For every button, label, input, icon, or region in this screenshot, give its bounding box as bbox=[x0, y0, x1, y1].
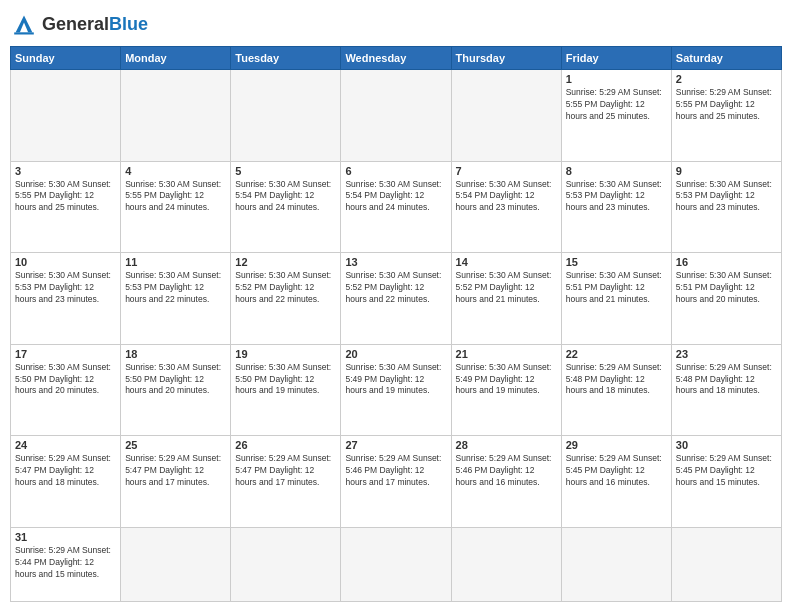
calendar-cell: 2Sunrise: 5:29 AM Sunset: 5:55 PM Daylig… bbox=[671, 70, 781, 162]
calendar-cell bbox=[451, 70, 561, 162]
calendar-cell: 20Sunrise: 5:30 AM Sunset: 5:49 PM Dayli… bbox=[341, 344, 451, 436]
calendar-cell: 7Sunrise: 5:30 AM Sunset: 5:54 PM Daylig… bbox=[451, 161, 561, 253]
day-info: Sunrise: 5:29 AM Sunset: 5:44 PM Dayligh… bbox=[15, 545, 116, 581]
day-number: 23 bbox=[676, 348, 777, 360]
generalblue-icon bbox=[10, 10, 38, 38]
calendar-cell: 14Sunrise: 5:30 AM Sunset: 5:52 PM Dayli… bbox=[451, 253, 561, 345]
day-info: Sunrise: 5:30 AM Sunset: 5:53 PM Dayligh… bbox=[15, 270, 116, 306]
calendar-cell bbox=[121, 70, 231, 162]
day-info: Sunrise: 5:29 AM Sunset: 5:48 PM Dayligh… bbox=[566, 362, 667, 398]
day-number: 29 bbox=[566, 439, 667, 451]
calendar-cell bbox=[671, 527, 781, 601]
day-number: 11 bbox=[125, 256, 226, 268]
calendar-cell bbox=[231, 70, 341, 162]
day-info: Sunrise: 5:30 AM Sunset: 5:54 PM Dayligh… bbox=[456, 179, 557, 215]
calendar-cell bbox=[561, 527, 671, 601]
calendar-cell: 3Sunrise: 5:30 AM Sunset: 5:55 PM Daylig… bbox=[11, 161, 121, 253]
day-info: Sunrise: 5:29 AM Sunset: 5:48 PM Dayligh… bbox=[676, 362, 777, 398]
calendar-cell: 19Sunrise: 5:30 AM Sunset: 5:50 PM Dayli… bbox=[231, 344, 341, 436]
day-number: 5 bbox=[235, 165, 336, 177]
calendar-cell bbox=[231, 527, 341, 601]
calendar-cell: 24Sunrise: 5:29 AM Sunset: 5:47 PM Dayli… bbox=[11, 436, 121, 528]
day-number: 10 bbox=[15, 256, 116, 268]
day-info: Sunrise: 5:30 AM Sunset: 5:53 PM Dayligh… bbox=[125, 270, 226, 306]
calendar-cell: 18Sunrise: 5:30 AM Sunset: 5:50 PM Dayli… bbox=[121, 344, 231, 436]
logo-text: GeneralBlue bbox=[42, 14, 148, 35]
day-number: 1 bbox=[566, 73, 667, 85]
calendar-cell: 28Sunrise: 5:29 AM Sunset: 5:46 PM Dayli… bbox=[451, 436, 561, 528]
day-number: 9 bbox=[676, 165, 777, 177]
calendar-cell bbox=[341, 527, 451, 601]
calendar-cell: 9Sunrise: 5:30 AM Sunset: 5:53 PM Daylig… bbox=[671, 161, 781, 253]
day-info: Sunrise: 5:30 AM Sunset: 5:49 PM Dayligh… bbox=[456, 362, 557, 398]
day-number: 12 bbox=[235, 256, 336, 268]
calendar-cell: 6Sunrise: 5:30 AM Sunset: 5:54 PM Daylig… bbox=[341, 161, 451, 253]
day-info: Sunrise: 5:30 AM Sunset: 5:52 PM Dayligh… bbox=[235, 270, 336, 306]
day-number: 22 bbox=[566, 348, 667, 360]
day-info: Sunrise: 5:29 AM Sunset: 5:55 PM Dayligh… bbox=[566, 87, 667, 123]
calendar-cell bbox=[11, 70, 121, 162]
day-info: Sunrise: 5:30 AM Sunset: 5:54 PM Dayligh… bbox=[345, 179, 446, 215]
calendar-cell: 4Sunrise: 5:30 AM Sunset: 5:55 PM Daylig… bbox=[121, 161, 231, 253]
day-info: Sunrise: 5:29 AM Sunset: 5:46 PM Dayligh… bbox=[345, 453, 446, 489]
day-number: 31 bbox=[15, 531, 116, 543]
calendar-cell: 13Sunrise: 5:30 AM Sunset: 5:52 PM Dayli… bbox=[341, 253, 451, 345]
calendar-cell: 15Sunrise: 5:30 AM Sunset: 5:51 PM Dayli… bbox=[561, 253, 671, 345]
calendar-cell: 31Sunrise: 5:29 AM Sunset: 5:44 PM Dayli… bbox=[11, 527, 121, 601]
day-number: 30 bbox=[676, 439, 777, 451]
day-info: Sunrise: 5:30 AM Sunset: 5:50 PM Dayligh… bbox=[125, 362, 226, 398]
day-info: Sunrise: 5:30 AM Sunset: 5:53 PM Dayligh… bbox=[676, 179, 777, 215]
calendar-cell: 17Sunrise: 5:30 AM Sunset: 5:50 PM Dayli… bbox=[11, 344, 121, 436]
calendar-cell bbox=[121, 527, 231, 601]
calendar-cell: 25Sunrise: 5:29 AM Sunset: 5:47 PM Dayli… bbox=[121, 436, 231, 528]
logo: GeneralBlue bbox=[10, 10, 148, 38]
day-number: 2 bbox=[676, 73, 777, 85]
day-number: 15 bbox=[566, 256, 667, 268]
calendar-cell: 5Sunrise: 5:30 AM Sunset: 5:54 PM Daylig… bbox=[231, 161, 341, 253]
day-number: 14 bbox=[456, 256, 557, 268]
page: GeneralBlue SundayMondayTuesdayWednesday… bbox=[0, 0, 792, 612]
calendar-cell: 1Sunrise: 5:29 AM Sunset: 5:55 PM Daylig… bbox=[561, 70, 671, 162]
day-number: 21 bbox=[456, 348, 557, 360]
day-info: Sunrise: 5:29 AM Sunset: 5:55 PM Dayligh… bbox=[676, 87, 777, 123]
day-info: Sunrise: 5:30 AM Sunset: 5:50 PM Dayligh… bbox=[15, 362, 116, 398]
day-info: Sunrise: 5:30 AM Sunset: 5:55 PM Dayligh… bbox=[125, 179, 226, 215]
calendar-cell: 26Sunrise: 5:29 AM Sunset: 5:47 PM Dayli… bbox=[231, 436, 341, 528]
weekday-header: Friday bbox=[561, 47, 671, 70]
weekday-header: Saturday bbox=[671, 47, 781, 70]
weekday-header: Monday bbox=[121, 47, 231, 70]
calendar-cell: 12Sunrise: 5:30 AM Sunset: 5:52 PM Dayli… bbox=[231, 253, 341, 345]
day-info: Sunrise: 5:29 AM Sunset: 5:47 PM Dayligh… bbox=[15, 453, 116, 489]
weekday-header: Sunday bbox=[11, 47, 121, 70]
day-info: Sunrise: 5:30 AM Sunset: 5:52 PM Dayligh… bbox=[345, 270, 446, 306]
day-number: 3 bbox=[15, 165, 116, 177]
day-info: Sunrise: 5:29 AM Sunset: 5:45 PM Dayligh… bbox=[566, 453, 667, 489]
calendar-cell: 11Sunrise: 5:30 AM Sunset: 5:53 PM Dayli… bbox=[121, 253, 231, 345]
day-info: Sunrise: 5:30 AM Sunset: 5:49 PM Dayligh… bbox=[345, 362, 446, 398]
day-info: Sunrise: 5:30 AM Sunset: 5:52 PM Dayligh… bbox=[456, 270, 557, 306]
calendar-cell: 21Sunrise: 5:30 AM Sunset: 5:49 PM Dayli… bbox=[451, 344, 561, 436]
weekday-header: Tuesday bbox=[231, 47, 341, 70]
day-number: 8 bbox=[566, 165, 667, 177]
day-number: 26 bbox=[235, 439, 336, 451]
calendar-cell: 16Sunrise: 5:30 AM Sunset: 5:51 PM Dayli… bbox=[671, 253, 781, 345]
day-number: 28 bbox=[456, 439, 557, 451]
calendar-cell bbox=[341, 70, 451, 162]
day-number: 6 bbox=[345, 165, 446, 177]
day-number: 18 bbox=[125, 348, 226, 360]
day-info: Sunrise: 5:30 AM Sunset: 5:51 PM Dayligh… bbox=[566, 270, 667, 306]
day-number: 25 bbox=[125, 439, 226, 451]
calendar-cell: 29Sunrise: 5:29 AM Sunset: 5:45 PM Dayli… bbox=[561, 436, 671, 528]
weekday-header: Wednesday bbox=[341, 47, 451, 70]
day-info: Sunrise: 5:29 AM Sunset: 5:46 PM Dayligh… bbox=[456, 453, 557, 489]
day-info: Sunrise: 5:30 AM Sunset: 5:53 PM Dayligh… bbox=[566, 179, 667, 215]
day-info: Sunrise: 5:30 AM Sunset: 5:54 PM Dayligh… bbox=[235, 179, 336, 215]
day-info: Sunrise: 5:30 AM Sunset: 5:55 PM Dayligh… bbox=[15, 179, 116, 215]
day-number: 24 bbox=[15, 439, 116, 451]
day-number: 13 bbox=[345, 256, 446, 268]
day-number: 17 bbox=[15, 348, 116, 360]
day-info: Sunrise: 5:30 AM Sunset: 5:51 PM Dayligh… bbox=[676, 270, 777, 306]
calendar-cell: 10Sunrise: 5:30 AM Sunset: 5:53 PM Dayli… bbox=[11, 253, 121, 345]
calendar-cell: 8Sunrise: 5:30 AM Sunset: 5:53 PM Daylig… bbox=[561, 161, 671, 253]
calendar-cell: 27Sunrise: 5:29 AM Sunset: 5:46 PM Dayli… bbox=[341, 436, 451, 528]
